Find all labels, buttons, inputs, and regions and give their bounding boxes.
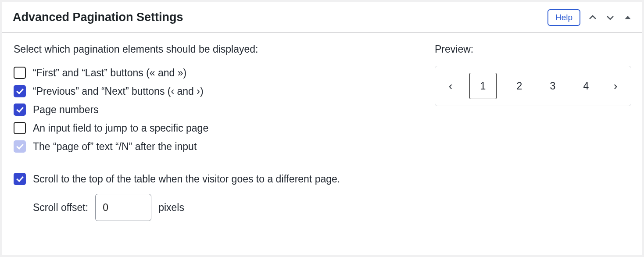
intro-text: Select which pagination elements should … (14, 43, 417, 55)
panel-title: Advanced Pagination Settings (13, 11, 183, 24)
checkbox-jump-input[interactable] (14, 122, 26, 134)
options-list: “First” and “Last” buttons (« and ») “Pr… (14, 67, 417, 185)
option-label: Scroll to the top of the table when the … (33, 173, 340, 185)
move-down-icon[interactable] (605, 12, 615, 23)
checkbox-prev-next[interactable] (14, 85, 26, 97)
option-prev-next[interactable]: “Previous” and “Next” buttons (‹ and ›) (14, 85, 417, 97)
option-scroll-top[interactable]: Scroll to the top of the table when the … (14, 173, 417, 185)
header-controls: Help (547, 9, 633, 26)
preview-label: Preview: (435, 43, 631, 55)
option-page-of-text[interactable]: The “page of” text “/N” after the input (14, 140, 417, 153)
option-jump-input[interactable]: An input field to jump to a specific pag… (14, 122, 417, 134)
prev-page-button[interactable]: ‹ (444, 79, 457, 93)
option-label: “Previous” and “Next” buttons (‹ and ›) (33, 86, 204, 97)
checkbox-first-last[interactable] (14, 67, 26, 79)
scroll-offset-input[interactable] (95, 194, 151, 221)
page-number-3[interactable]: 3 (542, 75, 563, 96)
pagination-preview: ‹ 1 2 3 4 › (435, 66, 631, 106)
checkbox-page-numbers[interactable] (14, 104, 26, 116)
option-label: “First” and “Last” buttons (« and ») (33, 67, 186, 79)
move-up-icon[interactable] (587, 12, 598, 23)
scroll-offset-label: Scroll offset: (33, 202, 88, 214)
page-number-2[interactable]: 2 (509, 75, 530, 96)
option-page-numbers[interactable]: Page numbers (14, 104, 417, 116)
checkbox-page-of-text[interactable] (14, 140, 26, 153)
options-column: Select which pagination elements should … (14, 43, 417, 221)
option-label: An input field to jump to a specific pag… (33, 122, 208, 134)
page-number-1[interactable]: 1 (469, 73, 497, 99)
panel-header: Advanced Pagination Settings Help (2, 2, 642, 33)
next-page-button[interactable]: › (609, 79, 622, 93)
scroll-offset-row: Scroll offset: pixels (33, 194, 417, 221)
preview-column: Preview: ‹ 1 2 3 4 › (435, 43, 631, 221)
page-number-4[interactable]: 4 (576, 75, 597, 96)
option-label: The “page of” text “/N” after the input (33, 141, 197, 153)
collapse-icon[interactable] (623, 12, 633, 23)
option-label: Page numbers (33, 104, 99, 116)
settings-panel: Advanced Pagination Settings Help Select… (2, 2, 642, 255)
option-first-last[interactable]: “First” and “Last” buttons (« and ») (14, 67, 417, 79)
help-button[interactable]: Help (547, 9, 580, 26)
panel-body: Select which pagination elements should … (2, 33, 642, 232)
checkbox-scroll-top[interactable] (14, 173, 26, 185)
scroll-offset-unit: pixels (158, 202, 184, 214)
